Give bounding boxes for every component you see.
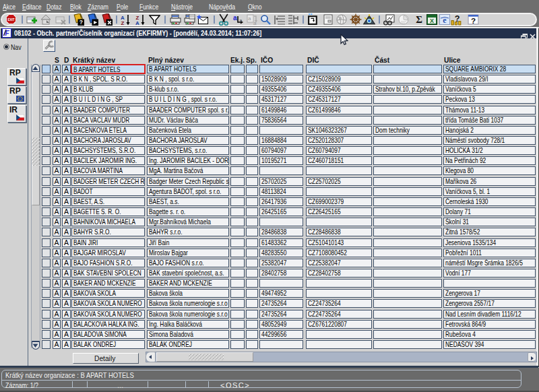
- svg-text:EXIT: EXIT: [7, 18, 14, 22]
- svg-text:Z: Z: [121, 20, 125, 26]
- svg-text:A: A: [135, 20, 139, 26]
- svg-text:a: a: [248, 15, 251, 22]
- svg-text:a: a: [239, 18, 243, 24]
- svg-text:?: ?: [455, 14, 460, 24]
- svg-text:?: ?: [80, 19, 83, 26]
- svg-text:Σ: Σ: [416, 14, 422, 25]
- svg-text:a: a: [253, 20, 257, 26]
- svg-text:e: e: [443, 15, 447, 25]
- svg-text:X: X: [430, 18, 434, 24]
- svg-text:a: a: [233, 14, 237, 22]
- svg-text:?: ?: [471, 16, 476, 25]
